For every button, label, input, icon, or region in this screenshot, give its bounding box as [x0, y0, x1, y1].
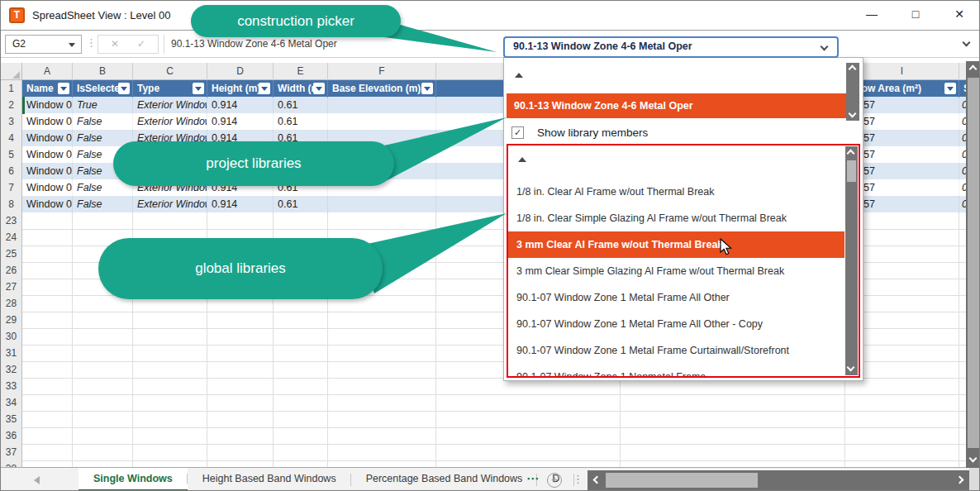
sheet-tab[interactable]: Single Windows [78, 468, 188, 491]
scroll-up-icon[interactable] [847, 150, 855, 158]
global-library-item[interactable]: 90.1-07 Window Zone 1 Metal Frame Curtai… [508, 337, 844, 364]
cell-type[interactable]: Exterior Window [133, 97, 207, 114]
cell-width[interactable]: 0.61 [274, 113, 328, 131]
name-box[interactable]: G2 [5, 35, 82, 54]
row-number[interactable]: 34 [1, 394, 22, 412]
filter-button[interactable] [944, 83, 956, 94]
scroll-down-icon[interactable] [847, 364, 855, 372]
scroll-down-icon[interactable] [849, 110, 857, 118]
column-letter[interactable]: C [133, 63, 207, 80]
column-header[interactable]: Base Elevation (m) [328, 80, 436, 98]
column-letter[interactable]: E [274, 63, 328, 80]
column-header[interactable]: Type [133, 80, 207, 98]
column-letter[interactable] [959, 63, 966, 80]
cell-name[interactable]: Window 06 [22, 163, 73, 180]
cell-s[interactable]: 0 [959, 130, 966, 147]
cancel-entry-button[interactable]: ✕ [111, 38, 119, 50]
cell-name[interactable]: Window 01 [22, 97, 73, 114]
row-number[interactable]: 37 [1, 444, 22, 461]
project-library-selected-item[interactable]: 90.1-13 Window Zone 4-6 Metal Oper [507, 93, 847, 118]
commit-entry-button[interactable]: ✓ [137, 38, 145, 50]
scroll-left-icon[interactable] [593, 476, 602, 484]
row-number[interactable]: 5 [1, 146, 22, 164]
scroll-down-icon[interactable] [969, 455, 978, 463]
tab-scroll-left-icon[interactable] [34, 476, 40, 484]
cell-height[interactable]: 0.914 [207, 196, 274, 213]
close-button[interactable]: ✕ [951, 7, 968, 21]
column-letter[interactable]: D [207, 63, 274, 80]
name-box-dropdown-icon[interactable] [69, 43, 75, 47]
cell-s[interactable]: 0 [959, 113, 966, 131]
global-library-item[interactable]: 1/8 in. Clear Simple Glazing Al Frame w/… [508, 205, 844, 231]
column-letter[interactable]: A [22, 63, 73, 80]
sheet-tab[interactable]: Height Based Band Windows [188, 468, 351, 491]
row-number[interactable]: 4 [1, 130, 22, 147]
formula-input[interactable]: 90.1-13 Window Zone 4-6 Metal Oper [164, 35, 337, 54]
row-number[interactable]: 33 [1, 378, 22, 395]
row-number[interactable]: 2 [1, 97, 22, 114]
column-header[interactable]: Name [22, 80, 73, 98]
column-header[interactable]: S [959, 80, 966, 98]
add-sheet-button[interactable]: + [547, 473, 562, 488]
row-number[interactable]: 38 [1, 460, 22, 467]
project-list-scrollbar[interactable] [846, 63, 859, 121]
cell-name[interactable]: Window 03 [22, 130, 73, 147]
cell-name[interactable]: Window 04 [22, 196, 73, 213]
global-list-scrollbar-thumb[interactable] [847, 160, 856, 182]
construction-picker-combobox[interactable]: 90.1-13 Window Zone 4-6 Metal Oper [503, 36, 839, 58]
global-library-item[interactable]: 90.1-07 Window Zone 1 Metal Frame All Ot… [508, 284, 844, 311]
vertical-scrollbar-thumb[interactable] [968, 78, 979, 448]
horizontal-scrollbar[interactable] [588, 470, 969, 490]
cell-isselected[interactable]: False [73, 113, 133, 131]
row-number[interactable]: 28 [1, 295, 22, 312]
cell-s[interactable]: 0 [959, 163, 966, 180]
column-header[interactable]: Width (m) [274, 80, 328, 98]
global-library-item[interactable]: 90.1-07 Window Zone 1 Metal Frame All Ot… [508, 311, 844, 337]
vertical-scrollbar[interactable] [966, 61, 980, 468]
row-number[interactable]: 35 [1, 411, 22, 428]
column-letter[interactable]: F [328, 63, 436, 80]
cell-base-elevation[interactable] [328, 97, 436, 114]
row-number[interactable]: 30 [1, 328, 22, 346]
scroll-up-icon[interactable] [849, 65, 857, 74]
minimize-button[interactable]: — [863, 7, 880, 21]
formula-bar-expand-icon[interactable] [963, 39, 971, 47]
cell-height[interactable]: 0.914 [207, 97, 274, 114]
maximize-button[interactable]: □ [907, 7, 924, 21]
cell-width[interactable]: 0.61 [274, 97, 328, 114]
row-number[interactable]: 3 [1, 113, 22, 131]
cell-type[interactable]: Exterior Window [133, 113, 207, 131]
global-list-scrollbar[interactable] [845, 146, 858, 375]
row-number[interactable]: 32 [1, 361, 22, 379]
scroll-up-icon[interactable] [969, 65, 978, 74]
show-library-members-checkbox[interactable]: ✓ [511, 126, 524, 139]
sheet-tab[interactable]: Percentage Based Band Windows [351, 468, 538, 491]
cell-width[interactable]: 0.61 [274, 196, 328, 213]
row-number[interactable]: 31 [1, 345, 22, 362]
horizontal-scrollbar-thumb[interactable] [606, 473, 758, 488]
filter-button[interactable] [58, 83, 69, 94]
filter-button[interactable] [421, 83, 433, 94]
chevron-down-icon[interactable] [821, 43, 829, 51]
cell-base-elevation[interactable] [328, 113, 436, 131]
cell-s[interactable]: 0 [959, 196, 966, 213]
row-number[interactable]: 27 [1, 279, 22, 296]
row-number[interactable]: 36 [1, 427, 22, 445]
cell-name[interactable]: Window 05 [22, 179, 73, 197]
select-all-corner[interactable] [1, 63, 22, 80]
column-letter[interactable]: B [73, 63, 133, 80]
filter-button[interactable] [193, 83, 204, 94]
row-number[interactable]: 25 [1, 246, 22, 263]
filter-button[interactable] [259, 83, 270, 94]
row-number[interactable]: 26 [1, 262, 22, 279]
global-library-item[interactable]: 3 mm Clear Al Frame w/out Thermal Break [508, 231, 844, 258]
global-library-item[interactable]: 3 mm Clear Simple Glazing Al Frame w/out… [508, 258, 844, 284]
cell-isselected[interactable]: False [73, 196, 133, 213]
cell-s[interactable]: 0 [959, 146, 966, 164]
row-number[interactable]: 7 [1, 179, 22, 197]
row-number[interactable]: 6 [1, 163, 22, 180]
sort-ascending-icon[interactable] [515, 73, 523, 78]
filter-button[interactable] [313, 83, 325, 94]
tab-overflow-dots[interactable]: ⋯ [526, 471, 540, 486]
cell-s[interactable]: 0 [959, 97, 966, 114]
